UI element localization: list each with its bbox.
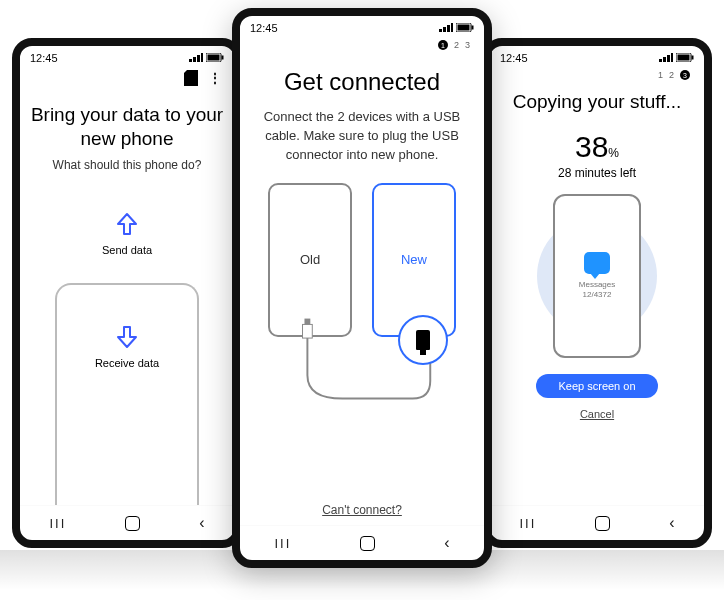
status-bar: 12:45 xyxy=(240,16,484,36)
nav-bar: III ‹ xyxy=(490,505,704,540)
page-title: Get connected xyxy=(240,50,484,108)
receive-phone-illustration: Receive data xyxy=(55,283,199,505)
cant-connect-link[interactable]: Can't connect? xyxy=(240,493,484,525)
receive-data-label[interactable]: Receive data xyxy=(95,357,159,369)
arrow-up-icon[interactable] xyxy=(20,212,234,242)
usb-adapter-icon xyxy=(398,315,448,365)
time-remaining: 28 minutes left xyxy=(558,166,636,180)
phone-left: 12:45 ⋮ Bring your data to your new phon… xyxy=(12,38,242,548)
status-bar: 12:45 xyxy=(20,46,234,66)
svg-rect-7 xyxy=(458,25,470,31)
nav-recents-icon[interactable]: III xyxy=(49,516,66,531)
battery-icon xyxy=(676,52,694,64)
battery-icon xyxy=(456,22,474,34)
step-indicator: 1 2 3 xyxy=(490,66,704,80)
nav-bar: III ‹ xyxy=(20,505,234,540)
signal-icon xyxy=(439,22,453,34)
nav-back-icon[interactable]: ‹ xyxy=(199,514,204,532)
nav-bar: III ‹ xyxy=(240,525,484,560)
svg-rect-2 xyxy=(222,56,224,60)
svg-rect-5 xyxy=(692,56,694,60)
cancel-link[interactable]: Cancel xyxy=(580,408,614,420)
svg-rect-8 xyxy=(472,26,474,30)
status-time: 12:45 xyxy=(500,52,528,64)
svg-rect-10 xyxy=(304,318,310,324)
progress-percent: 38% xyxy=(575,130,619,164)
nav-home-icon[interactable] xyxy=(125,516,140,531)
status-bar: 12:45 xyxy=(490,46,704,66)
svg-rect-9 xyxy=(303,324,313,338)
step-indicator: 1 2 3 xyxy=(240,36,484,50)
signal-icon xyxy=(659,52,673,64)
svg-rect-1 xyxy=(208,55,220,61)
messages-icon xyxy=(584,252,610,274)
new-device: New xyxy=(372,183,456,337)
copy-phone-illustration: Messages 12/4372 xyxy=(553,194,641,358)
step-active: 1 xyxy=(438,40,448,50)
nav-home-icon[interactable] xyxy=(595,516,610,531)
page-subtitle: What should this phone do? xyxy=(20,157,234,174)
step-active: 3 xyxy=(680,70,690,80)
nav-home-icon[interactable] xyxy=(360,536,375,551)
page-title: Copying your stuff... xyxy=(490,80,704,120)
old-device: Old xyxy=(268,183,352,337)
battery-icon xyxy=(206,52,224,64)
phone-middle: 12:45 1 2 3 Get connected Connect the 2 … xyxy=(232,8,492,568)
signal-icon xyxy=(189,52,203,64)
nav-back-icon[interactable]: ‹ xyxy=(444,534,449,552)
page-title: Bring your data to your new phone xyxy=(20,93,234,157)
arrow-down-icon[interactable] xyxy=(116,325,138,355)
sd-card-icon[interactable] xyxy=(184,70,198,89)
page-subtitle: Connect the 2 devices with a USB cable. … xyxy=(240,108,484,165)
more-icon[interactable]: ⋮ xyxy=(208,70,222,89)
status-time: 12:45 xyxy=(30,52,58,64)
nav-back-icon[interactable]: ‹ xyxy=(669,514,674,532)
copy-item-label: Messages 12/4372 xyxy=(579,280,615,299)
send-data-label[interactable]: Send data xyxy=(20,244,234,256)
nav-recents-icon[interactable]: III xyxy=(274,536,291,551)
connection-illustration: Old New xyxy=(240,165,484,493)
keep-screen-on-button[interactable]: Keep screen on xyxy=(536,374,657,398)
status-time: 12:45 xyxy=(250,22,278,34)
svg-rect-4 xyxy=(678,55,690,61)
nav-recents-icon[interactable]: III xyxy=(519,516,536,531)
phone-right: 12:45 1 2 3 Copying your stuff... xyxy=(482,38,712,548)
